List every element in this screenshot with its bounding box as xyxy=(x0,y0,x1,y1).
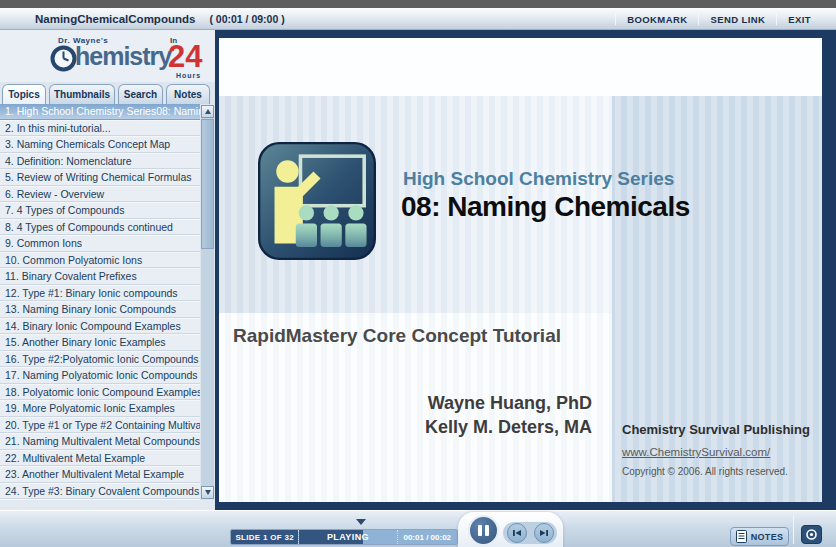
topic-item-15[interactable]: 15. Another Binary Ionic Examples xyxy=(0,335,200,351)
logo-number: 24 xyxy=(168,39,202,75)
slide-counter: SLIDE 1 OF 32 xyxy=(231,530,298,544)
slide-top-band xyxy=(219,38,822,96)
topic-item-6[interactable]: 6. Review - Overview xyxy=(0,187,200,203)
slide-series-heading: High School Chemistry Series xyxy=(403,168,674,190)
publisher-name: Chemistry Survival Publishing xyxy=(622,422,810,437)
course-elapsed-time: ( 00:01 / 09:00 ) xyxy=(209,13,284,25)
topic-item-22[interactable]: 22. Multivalent Metal Example xyxy=(0,451,200,467)
notes-button[interactable]: NOTES xyxy=(730,527,789,546)
tab-search[interactable]: Search xyxy=(118,84,163,104)
transport-controls xyxy=(458,512,563,547)
topic-item-11[interactable]: 11. Binary Covalent Prefixes xyxy=(0,269,200,285)
sidebar: Dr. Wayne's hemistry In 24 Hours Topics … xyxy=(0,30,215,547)
logo-word: hemistry xyxy=(75,42,171,71)
step-controls xyxy=(503,522,557,544)
topic-item-1[interactable]: 1. High School Chemistry Series08: Namin… xyxy=(0,104,200,120)
topic-item-10[interactable]: 10. Common Polyatomic Ions xyxy=(0,253,200,269)
bookmark-button[interactable]: BOOKMARK xyxy=(616,14,698,25)
topic-item-3[interactable]: 3. Naming Chemicals Concept Map xyxy=(0,137,200,153)
send-link-button[interactable]: SEND LINK xyxy=(699,14,776,25)
presenter-icon xyxy=(258,142,376,260)
publisher-url-link[interactable]: www.ChemistrySurvival.com/ xyxy=(622,446,770,458)
scroll-down-button[interactable] xyxy=(201,486,214,499)
sidebar-footer xyxy=(0,500,215,510)
slide-canvas: High School Chemistry Series 08: Naming … xyxy=(219,38,822,502)
topic-item-21[interactable]: 21. Naming Multivalent Metal Compounds xyxy=(0,434,200,450)
topic-item-19[interactable]: 19. More Polyatomic Ionic Examples xyxy=(0,401,200,417)
slide-subtitle: RapidMastery Core Concept Tutorial xyxy=(233,325,561,347)
topic-item-18[interactable]: 18. Polyatomic Ionic Compound Examples xyxy=(0,385,200,401)
slide-right-panel xyxy=(612,96,822,502)
pause-button[interactable] xyxy=(468,515,499,546)
topic-item-12[interactable]: 12. Type #1: Binary Ionic compounds xyxy=(0,286,200,302)
progress-track[interactable]: PLAYING xyxy=(298,530,396,544)
topics-list: 1. High School Chemistry Series08: Namin… xyxy=(0,104,200,500)
previous-slide-button[interactable] xyxy=(507,523,527,543)
tab-notes[interactable]: Notes xyxy=(166,84,210,104)
tab-thumbnails[interactable]: Thumbnails xyxy=(49,84,115,104)
seek-handle[interactable] xyxy=(356,519,366,525)
fullscreen-button[interactable] xyxy=(801,525,822,544)
topic-item-8[interactable]: 8. 4 Types of Compounds continued xyxy=(0,220,200,236)
top-bar: NamingChemicalCompounds ( 00:01 / 09:00 … xyxy=(0,8,836,30)
topic-item-17[interactable]: 17. Naming Polyatomic Ionic Compounds xyxy=(0,368,200,384)
playback-bar: SLIDE 1 OF 32 PLAYING 00:01 / 00:02 xyxy=(0,510,836,547)
notes-icon xyxy=(736,530,747,543)
topic-item-16[interactable]: 16. Type #2:Polyatomic Ionic Compounds xyxy=(0,352,200,368)
chemistry-24-logo: Dr. Wayne's hemistry In 24 Hours xyxy=(50,34,200,80)
author-1: Wayne Huang, PhD xyxy=(425,391,592,415)
topic-item-7[interactable]: 7. 4 Types of Compounds xyxy=(0,203,200,219)
slide-title: 08: Naming Chemicals xyxy=(401,191,690,223)
pause-icon xyxy=(485,525,489,536)
topic-item-4[interactable]: 4. Definition: Nomenclature xyxy=(0,154,200,170)
topic-item-2[interactable]: 2. In this mini-tutorial... xyxy=(0,121,200,137)
course-title: NamingChemicalCompounds xyxy=(35,13,195,25)
logo-area: Dr. Wayne's hemistry In 24 Hours xyxy=(0,30,215,82)
next-slide-button[interactable] xyxy=(534,523,554,543)
notes-label: NOTES xyxy=(751,532,784,542)
slide-frame: High School Chemistry Series 08: Naming … xyxy=(215,30,836,510)
step-back-icon xyxy=(512,528,522,538)
topic-item-23[interactable]: 23. Another Multivalent Metal Example xyxy=(0,467,200,483)
scroll-up-icon xyxy=(205,109,211,114)
clock-icon xyxy=(50,45,77,72)
window-top-strip xyxy=(0,0,836,8)
slide-time: 00:01 / 00:02 xyxy=(397,530,457,544)
publisher-copyright: Copyright © 2006. All rights reserved. xyxy=(622,466,788,477)
playback-status: PLAYING xyxy=(299,530,396,544)
topic-item-5[interactable]: 5. Review of Writing Chemical Formulas xyxy=(0,170,200,186)
fullscreen-icon xyxy=(805,528,818,541)
topic-item-13[interactable]: 13. Naming Binary Ionic Compounds xyxy=(0,302,200,318)
topbar-actions: BOOKMARK SEND LINK EXIT xyxy=(615,8,822,30)
bottombar-divider xyxy=(793,515,794,544)
scrollbar-thumb[interactable] xyxy=(201,119,214,249)
logo-hours: Hours xyxy=(176,72,201,79)
topic-item-14[interactable]: 14. Binary Ionic Compound Examples xyxy=(0,319,200,335)
progress-bar[interactable]: SLIDE 1 OF 32 PLAYING 00:01 / 00:02 xyxy=(230,529,458,545)
step-forward-icon xyxy=(539,528,549,538)
topic-item-20[interactable]: 20. Type #1 or Type #2 Containing Multiv… xyxy=(0,418,200,434)
scroll-down-icon xyxy=(205,490,211,495)
logo-24-block: In 24 Hours xyxy=(168,34,210,80)
topic-item-9[interactable]: 9. Common Ions xyxy=(0,236,200,252)
tab-topics[interactable]: Topics xyxy=(2,84,46,104)
exit-button[interactable]: EXIT xyxy=(777,14,822,25)
tab-bar: Topics Thumbnails Search Notes xyxy=(2,82,215,104)
topics-scrollbar[interactable] xyxy=(201,105,214,499)
pause-icon xyxy=(478,525,482,536)
slide-authors: Wayne Huang, PhD Kelly M. Deters, MA xyxy=(425,391,592,439)
topic-item-24[interactable]: 24. Type #3: Binary Covalent Compounds xyxy=(0,484,200,500)
author-2: Kelly M. Deters, MA xyxy=(425,415,592,439)
scroll-up-button[interactable] xyxy=(201,105,214,118)
